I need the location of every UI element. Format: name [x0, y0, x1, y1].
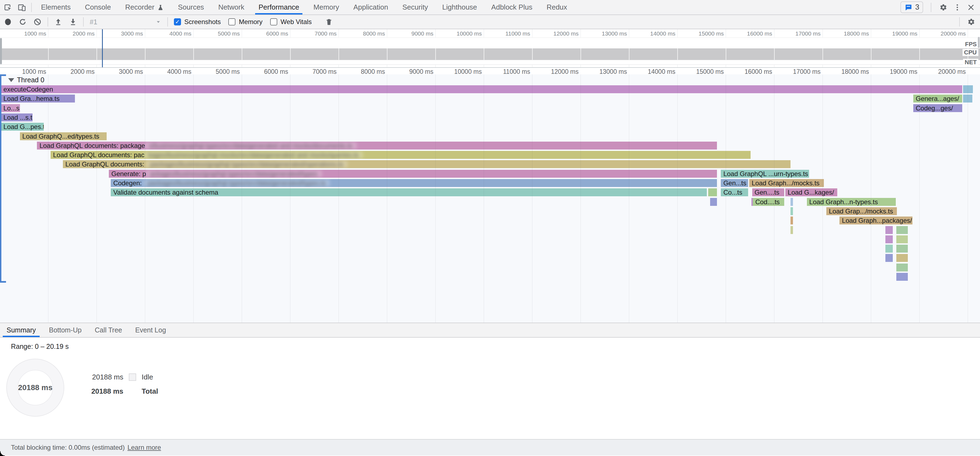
tab-event-log[interactable]: Event Log: [129, 323, 173, 337]
issues-count: 3: [915, 3, 919, 11]
tab-label: Recorder: [125, 3, 154, 11]
tab-bottom-up[interactable]: Bottom-Up: [42, 323, 88, 337]
flame-bar-generate-p[interactable]: Generate: packages/business/graphql-type…: [109, 170, 717, 178]
history-select[interactable]: #1: [86, 18, 165, 26]
flame-bar-lo-s[interactable]: Lo...s: [1, 104, 20, 112]
cpu-gridline: [484, 48, 484, 60]
clear-recording-button[interactable]: [33, 18, 41, 26]
capture-settings-gear-icon[interactable]: [967, 17, 975, 26]
flame-bar[interactable]: [791, 207, 793, 215]
flame-bar-label: executeCodegen: [3, 86, 53, 93]
tab-performance[interactable]: Performance: [251, 0, 306, 14]
load-profile-icon[interactable]: [54, 18, 62, 26]
tab-console[interactable]: Console: [78, 0, 118, 14]
flame-bar[interactable]: [963, 85, 973, 93]
flame-bar-validate-documents-against-schema[interactable]: Validate documents against schema: [111, 188, 707, 196]
tab-adblock-plus[interactable]: Adblock Plus: [484, 0, 539, 14]
flame-bar[interactable]: [896, 245, 908, 253]
flame-gridline: [677, 75, 678, 323]
tab-call-tree[interactable]: Call Tree: [88, 323, 129, 337]
divider: [48, 17, 48, 27]
flame-chart[interactable]: Thread 0 executeCodegenLoad Gra...hema.t…: [0, 75, 980, 323]
save-profile-icon[interactable]: [69, 18, 77, 26]
kebab-menu-icon[interactable]: [953, 3, 961, 11]
flame-bar[interactable]: [710, 198, 717, 206]
overview-tick-label: 15000 ms: [669, 30, 724, 37]
flame-bar[interactable]: [791, 226, 793, 234]
record-button[interactable]: [4, 18, 12, 26]
flame-bar-load-grap-mocks-ts[interactable]: Load Grap.../mocks.ts: [826, 207, 897, 215]
flame-bar-load-g-kages[interactable]: Load G...kages/: [785, 188, 837, 196]
issues-badge[interactable]: 3: [900, 2, 923, 13]
flame-bar[interactable]: [708, 188, 717, 196]
flame-bar-load-graph-mocks-ts[interactable]: Load Graph.../mocks.ts: [749, 179, 824, 187]
cpu-gridline: [48, 48, 49, 60]
checkbox-web-vitals[interactable]: Web Vitals: [270, 18, 312, 26]
checkbox-label: Web Vitals: [280, 18, 312, 26]
tab-application[interactable]: Application: [346, 0, 395, 14]
flame-bar-gen-ts[interactable]: Gen....ts: [752, 188, 784, 196]
flame-bar-load-graphql-documents-pac[interactable]: Load GraphQL documents: packages/busines…: [51, 151, 751, 159]
flame-bar[interactable]: [896, 226, 908, 234]
inspect-element-icon[interactable]: [4, 3, 13, 12]
checkbox-unchecked-icon[interactable]: [228, 18, 235, 25]
tab-elements[interactable]: Elements: [34, 0, 78, 14]
flame-bar-load-graphql-urn-types-ts[interactable]: Load GraphQL ...urn-types.ts: [721, 170, 809, 178]
flame-bar-load-graphql-documents[interactable]: Load GraphQL documents: packages/busines…: [63, 160, 791, 168]
flame-bar-label: Load G...kages/: [788, 189, 834, 196]
flame-bar-codeg-ges[interactable]: Codeg...ges/: [913, 104, 962, 112]
flame-bar[interactable]: [963, 95, 972, 103]
overview-playhead-marker[interactable]: [102, 29, 103, 67]
flame-bar-load-graphq-ed-types-ts[interactable]: Load GraphQ...ed/types.ts: [20, 132, 107, 140]
flame-bar[interactable]: [791, 216, 793, 224]
flame-bar-load-graph-n-types-ts[interactable]: Load Graph...n-types.ts: [807, 198, 896, 206]
flame-bar-genera-ages[interactable]: Genera...ages/: [913, 95, 962, 103]
overview-left-drag-handle[interactable]: [0, 38, 2, 64]
device-toolbar-icon[interactable]: [18, 3, 26, 12]
tab-sources[interactable]: Sources: [171, 0, 211, 14]
tab-memory[interactable]: Memory: [306, 0, 346, 14]
flame-bar-load-g-pes-ts[interactable]: Load G...pes.ts: [1, 123, 44, 131]
reload-and-record-button[interactable]: [19, 18, 27, 26]
flame-bar-co-ts[interactable]: Co...ts: [721, 188, 748, 196]
flame-bar-gen-ts[interactable]: Gen...ts: [721, 179, 748, 187]
flame-bar[interactable]: [896, 264, 908, 272]
timeline-overview[interactable]: FPS CPU NET 1000 ms2000 ms3000 ms4000 ms…: [0, 29, 980, 68]
flame-bar-load-graphql-documents-package[interactable]: Load GraphQL documents: packages/busines…: [37, 141, 717, 149]
flame-bar[interactable]: [896, 254, 908, 262]
settings-gear-icon[interactable]: [939, 3, 948, 12]
flame-bar[interactable]: [885, 254, 893, 262]
close-devtools-icon[interactable]: [967, 3, 975, 11]
trash-icon[interactable]: [325, 18, 333, 26]
tab-lighthouse[interactable]: Lighthouse: [435, 0, 484, 14]
flame-bar-cod-ts[interactable]: Cod....ts: [753, 198, 784, 206]
tab-recorder[interactable]: Recorder: [118, 0, 171, 14]
thread-header[interactable]: Thread 0: [8, 76, 44, 84]
checkbox-memory[interactable]: Memory: [228, 18, 262, 26]
flame-bar-load-graph-packages[interactable]: Load Graph...packages/: [840, 216, 912, 224]
tab-label: Security: [402, 3, 428, 11]
checkbox-unchecked-icon[interactable]: [270, 18, 277, 25]
flame-bar[interactable]: [896, 235, 908, 243]
details-tabbar: SummaryBottom-UpCall TreeEvent Log: [0, 323, 980, 338]
flame-bar-load-s-ts[interactable]: Load ...s.ts: [1, 113, 33, 121]
flame-bar[interactable]: [885, 226, 893, 234]
flame-bar-executecodegen[interactable]: executeCodegen: [1, 85, 962, 93]
flame-bar[interactable]: [885, 245, 893, 253]
overview-tick-label: 8000 ms: [330, 30, 385, 37]
selection-bracket[interactable]: [0, 75, 2, 283]
tab-security[interactable]: Security: [395, 0, 435, 14]
flame-bar-load-gra-hema-ts[interactable]: Load Gra...hema.ts: [1, 95, 75, 103]
checkbox-screenshots[interactable]: ✓Screenshots: [174, 18, 221, 26]
flame-bar-codegen[interactable]: Codegen: packages/business/graphql-types…: [111, 179, 717, 187]
tab-network[interactable]: Network: [211, 0, 251, 14]
legend-row-idle: 20188 msIdle: [91, 372, 158, 383]
tab-redux[interactable]: Redux: [539, 0, 574, 14]
learn-more-link[interactable]: Learn more: [127, 444, 161, 451]
overview-scrollbar[interactable]: [978, 37, 980, 48]
flame-bar[interactable]: [885, 235, 893, 243]
flame-bar[interactable]: [896, 273, 908, 281]
flame-bar[interactable]: [791, 198, 793, 206]
checkbox-checked-icon[interactable]: ✓: [174, 18, 181, 25]
tab-summary[interactable]: Summary: [0, 323, 42, 337]
